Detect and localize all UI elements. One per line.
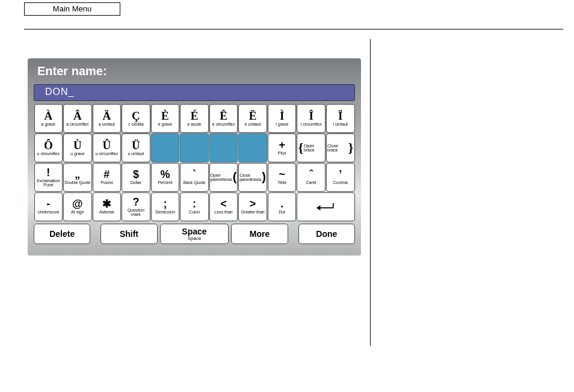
key-main: . <box>280 198 283 209</box>
key-plus[interactable]: +Plus <box>268 133 297 162</box>
key-i-grave[interactable]: Ìi grave <box>268 104 297 133</box>
key-main: > <box>250 198 256 209</box>
key-dot[interactable]: .Dot <box>268 192 297 221</box>
key-sub: Pound <box>100 180 113 185</box>
key-exclamation-point[interactable]: !Exclamation Point <box>34 163 63 192</box>
key-main: Ä <box>102 110 111 121</box>
main-menu-button[interactable]: Main Menu <box>24 2 120 16</box>
key-main: À <box>44 110 52 121</box>
shift-button[interactable]: Shift <box>100 224 157 244</box>
key-main: % <box>160 169 170 180</box>
key-pound[interactable]: #Pound <box>93 163 122 192</box>
key-sub: Percent <box>158 180 172 185</box>
key-o-circumflex[interactable]: Ôo circumflex <box>34 133 63 162</box>
key-main: Ù <box>73 139 82 151</box>
key-e-acute[interactable]: Ée acute <box>180 104 209 133</box>
key-brace[interactable]: {Open brace <box>297 133 326 162</box>
key-main: ✱ <box>102 198 111 209</box>
key-main: Ï <box>338 110 342 121</box>
done-button[interactable]: Done <box>298 224 355 244</box>
enter-icon <box>315 201 336 212</box>
key-tilde[interactable]: ~Tilde <box>268 163 297 192</box>
panel-title: Enter name: <box>37 64 355 78</box>
key-question-mark[interactable]: ?Question mark <box>122 192 150 221</box>
key-blank[interactable] <box>209 133 238 162</box>
key-i-umlaut[interactable]: Ïi umlaut <box>326 104 355 133</box>
key-sub: Comma <box>333 180 348 185</box>
name-input[interactable]: DON_ <box>34 84 355 101</box>
key-less-than[interactable]: <Less than <box>209 192 238 221</box>
key-blank[interactable] <box>151 133 180 162</box>
key-main: Ì <box>280 110 284 121</box>
key-sub: Asterisk <box>99 210 114 214</box>
key-back-quote[interactable]: `Back Quote <box>180 163 209 192</box>
key-u-circumflex[interactable]: Ûu circumflex <box>93 133 122 162</box>
more-button[interactable]: More <box>231 224 288 244</box>
key-e-grave[interactable]: Èe grave <box>151 104 180 133</box>
key-greater-than[interactable]: >Greater than <box>238 192 267 221</box>
key-colon[interactable]: :Colon <box>180 192 209 221</box>
key-a-umlaut[interactable]: Äa umlaut <box>93 104 122 133</box>
key-at-sign[interactable]: @At sign <box>63 192 92 221</box>
key-main: < <box>220 198 227 209</box>
key-main: Û <box>102 139 111 151</box>
key-a-circumflex[interactable]: Âa circumflex <box>63 104 92 133</box>
key-main: Â <box>73 110 82 121</box>
key-c-cedilla[interactable]: Çc cedilla <box>122 104 150 133</box>
key-sub: Dot <box>279 210 285 214</box>
key-sub: o circumflex <box>37 152 60 156</box>
key-blank[interactable] <box>238 133 267 162</box>
key-e-circumflex[interactable]: Êe circumflex <box>209 104 238 133</box>
key-main: „ <box>75 169 80 180</box>
key-main: ? <box>132 197 139 207</box>
key-main: ˆ <box>309 169 313 180</box>
key-sub: Back Quote <box>184 180 206 185</box>
key-a-grave[interactable]: Àa grave <box>34 104 63 133</box>
key-comma[interactable]: ’Comma <box>326 163 355 192</box>
key-sub: a umlaut <box>99 122 115 126</box>
key-sub: Exclamation Point <box>35 179 62 188</box>
key-sub: Double Quote <box>64 180 90 185</box>
key-main: ! <box>46 167 50 178</box>
enter-key[interactable] <box>297 192 354 221</box>
key-semicolon[interactable]: ;Semicolon <box>151 192 180 221</box>
key-sub: Less than <box>214 210 232 214</box>
key-asterisk[interactable]: ✱Asterisk <box>93 192 122 221</box>
key-percent[interactable]: %Percent <box>151 163 180 192</box>
key-sub: u umlaut <box>128 152 144 156</box>
key-i-circumflex[interactable]: Îi circumflex <box>297 104 326 133</box>
key-main: ’ <box>339 169 342 180</box>
key-sub: e circumflex <box>212 122 235 126</box>
key-paren[interactable]: Open parenthesis( <box>209 163 238 192</box>
key-sub: Underscore <box>37 210 59 214</box>
key-sub: a circumflex <box>66 122 88 126</box>
key-sub: Dollar <box>131 180 141 185</box>
key-sub: Colon <box>189 210 200 214</box>
key-sub: Caret <box>306 180 316 185</box>
key-double-quote[interactable]: „Double Quote <box>63 163 92 192</box>
space-sublabel: Space <box>188 236 202 241</box>
key-sub: i grave <box>276 122 288 126</box>
key-sub: Plus <box>278 151 286 155</box>
key-sub: i umlaut <box>333 122 348 126</box>
space-label: Space <box>182 227 206 236</box>
key-main: - <box>46 198 50 209</box>
key-blank[interactable] <box>180 133 209 162</box>
key-main: ; <box>163 198 167 209</box>
key-main: Ê <box>220 110 227 121</box>
key-main: + <box>279 139 285 150</box>
key-e-umlaut[interactable]: Ëe umlaut <box>238 104 267 133</box>
key-grid: Àa graveÂa circumflexÄa umlautÇc cedilla… <box>34 103 355 221</box>
key-u-umlaut[interactable]: Üu umlaut <box>122 133 150 162</box>
key-sub: u circumflex <box>96 152 118 156</box>
key-dollar[interactable]: $Dollar <box>122 163 150 192</box>
key-paren[interactable]: Close parenthesis) <box>238 163 267 192</box>
key-main: Ô <box>44 139 53 151</box>
key-main: $ <box>133 169 139 180</box>
space-button[interactable]: Space Space <box>160 224 229 244</box>
key-underscore[interactable]: -Underscore <box>34 192 63 221</box>
key-caret[interactable]: ˆCaret <box>297 163 326 192</box>
key-brace[interactable]: Close brace} <box>326 133 355 162</box>
delete-button[interactable]: Delete <box>34 224 90 244</box>
key-u-grave[interactable]: Ùu grave <box>63 133 92 162</box>
